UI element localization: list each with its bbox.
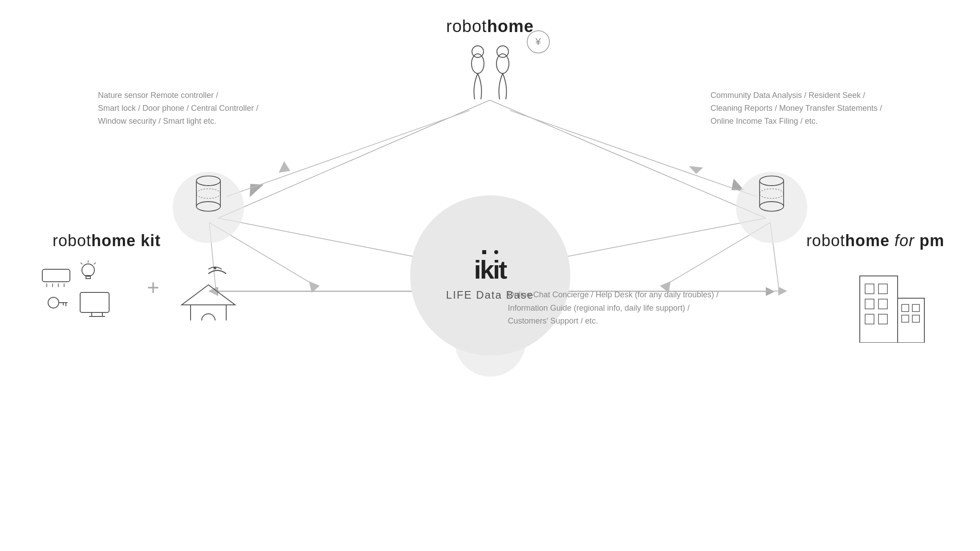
svg-rect-50 bbox=[42, 269, 70, 282]
brand-pm-pm: pm bbox=[919, 231, 944, 250]
brand-kit: robothome kit bbox=[53, 231, 161, 250]
kit-icons-group: + bbox=[40, 258, 248, 320]
svg-marker-18 bbox=[279, 161, 290, 173]
dot-right bbox=[494, 250, 498, 254]
svg-point-33 bbox=[496, 54, 509, 73]
db-icon-left bbox=[191, 174, 226, 215]
svg-line-0 bbox=[218, 100, 490, 218]
svg-marker-28 bbox=[778, 287, 787, 296]
svg-rect-82 bbox=[902, 315, 909, 322]
page-container: robothome robothome kit robothome for pm bbox=[0, 0, 980, 551]
svg-rect-64 bbox=[80, 292, 109, 312]
brand-kit-bold: home bbox=[91, 231, 136, 250]
svg-point-44 bbox=[760, 189, 784, 199]
svg-marker-69 bbox=[182, 285, 235, 305]
svg-rect-83 bbox=[912, 315, 919, 322]
svg-rect-80 bbox=[902, 304, 909, 312]
brand-kit-light: robot bbox=[53, 231, 91, 250]
svg-marker-22 bbox=[688, 160, 703, 174]
top-icon bbox=[450, 30, 530, 112]
center-circle: ikit LIFE Data Base bbox=[410, 195, 570, 356]
svg-rect-74 bbox=[878, 284, 887, 294]
svg-marker-4 bbox=[244, 178, 264, 198]
svg-rect-73 bbox=[865, 284, 874, 294]
brand-pm-for: for bbox=[895, 231, 915, 250]
svg-rect-70 bbox=[191, 305, 226, 320]
brand-pm-bold: home bbox=[845, 231, 890, 250]
svg-point-31 bbox=[472, 54, 484, 73]
svg-marker-14 bbox=[766, 287, 775, 296]
yen-circle: ¥ bbox=[527, 30, 550, 53]
svg-line-16 bbox=[226, 110, 470, 197]
dot-left bbox=[482, 250, 486, 254]
building-icon bbox=[846, 263, 935, 344]
brand-pm: robothome for pm bbox=[806, 231, 944, 250]
svg-point-55 bbox=[82, 264, 94, 276]
plus-icon: + bbox=[147, 275, 159, 300]
yen-symbol: ¥ bbox=[535, 36, 541, 48]
svg-point-38 bbox=[196, 202, 220, 211]
svg-line-59 bbox=[81, 263, 82, 264]
svg-rect-78 bbox=[878, 314, 887, 324]
svg-point-40 bbox=[760, 176, 784, 186]
svg-rect-75 bbox=[865, 299, 874, 309]
svg-point-68 bbox=[214, 267, 216, 269]
svg-line-58 bbox=[94, 263, 96, 264]
brand-pm-light: robot bbox=[806, 231, 845, 250]
svg-point-35 bbox=[196, 176, 220, 186]
svg-rect-71 bbox=[202, 314, 215, 320]
desc-top-left: Nature sensor Remote controller / Smart … bbox=[98, 89, 258, 127]
brand-kit-extra: kit bbox=[141, 231, 161, 250]
desc-bottom: Online Chat Concierge / Help Desk (for a… bbox=[508, 288, 719, 328]
svg-rect-76 bbox=[878, 299, 887, 309]
desc-top-right: Community Data Analysis / Resident Seek … bbox=[711, 89, 882, 127]
svg-rect-77 bbox=[865, 314, 874, 324]
db-icon-right bbox=[754, 174, 789, 215]
svg-point-60 bbox=[48, 297, 59, 308]
device-icons bbox=[40, 260, 138, 318]
svg-marker-19 bbox=[309, 281, 320, 293]
svg-point-32 bbox=[472, 46, 484, 57]
house-icon bbox=[168, 258, 248, 320]
svg-point-43 bbox=[760, 202, 784, 211]
svg-point-39 bbox=[196, 189, 220, 199]
svg-point-34 bbox=[497, 46, 508, 57]
kit-logo-text: ikit bbox=[474, 257, 506, 283]
svg-rect-81 bbox=[912, 304, 919, 312]
